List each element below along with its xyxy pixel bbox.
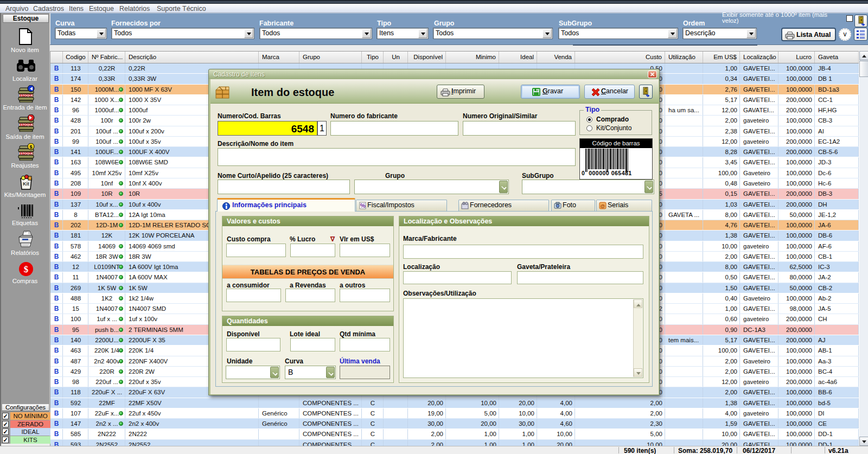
svg-text:ESTOQUE: ESTOQUE xyxy=(19,94,34,97)
svg-text:Kit: Kit xyxy=(23,181,29,187)
svg-text:$: $ xyxy=(29,144,32,150)
svg-text:ESTOQUE: ESTOQUE xyxy=(19,123,34,126)
svg-text:ESTOQUE: ESTOQUE xyxy=(19,152,34,155)
svg-text:@: @ xyxy=(601,203,605,209)
svg-text:%: % xyxy=(360,202,366,209)
svg-text:$: $ xyxy=(24,264,29,274)
